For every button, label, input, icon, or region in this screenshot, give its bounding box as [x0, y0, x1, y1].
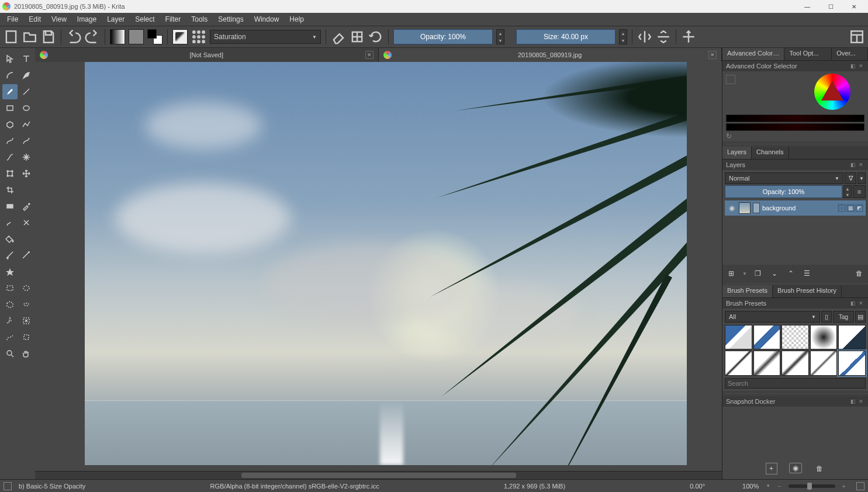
- delete-layer-button[interactable]: 🗑: [854, 268, 864, 279]
- mirror-v-button[interactable]: [656, 29, 671, 44]
- document-tab-1[interactable]: [Not Saved] ✕: [35, 48, 379, 62]
- brush-preset-swatch[interactable]: [172, 29, 188, 44]
- brush-tag-filter[interactable]: All▼: [725, 311, 820, 323]
- color-triangle[interactable]: [821, 81, 843, 101]
- move-tool[interactable]: [2, 51, 18, 67]
- menu-help[interactable]: Help: [285, 14, 309, 25]
- opacity-stepper[interactable]: ▲▼: [496, 29, 504, 44]
- menu-select[interactable]: Select: [130, 14, 159, 25]
- pattern-tool[interactable]: [2, 215, 18, 230]
- multibrush-tool[interactable]: [19, 150, 34, 165]
- panel-tab-channels[interactable]: Channels: [752, 147, 789, 159]
- minimize-button[interactable]: —: [796, 0, 819, 13]
- brush-editor-button[interactable]: [191, 29, 206, 44]
- brush-tool[interactable]: [2, 84, 18, 99]
- layer-opacity-stepper[interactable]: ▲▼: [843, 185, 852, 198]
- alpha-lock-icon[interactable]: ▦: [846, 204, 855, 212]
- blend-mode-select[interactable]: Saturation▼: [210, 30, 321, 44]
- refresh-icon[interactable]: ↻: [726, 132, 734, 140]
- open-button[interactable]: [22, 29, 37, 44]
- zoom-tool[interactable]: [2, 346, 18, 361]
- size-stepper[interactable]: ▲▼: [619, 29, 627, 44]
- layer-opacity-menu[interactable]: ≡: [853, 185, 866, 198]
- move-layer-up-button[interactable]: ⌃: [786, 268, 796, 279]
- menu-settings[interactable]: Settings: [213, 14, 248, 25]
- close-panel-icon[interactable]: ✕: [857, 398, 864, 405]
- menu-filter[interactable]: Filter: [161, 14, 186, 25]
- menu-view[interactable]: View: [47, 14, 71, 25]
- float-icon[interactable]: ◧: [849, 161, 856, 168]
- brush-preset[interactable]: [725, 351, 752, 375]
- brush-preset[interactable]: [781, 351, 809, 375]
- assistant-tool[interactable]: [2, 248, 18, 263]
- lock-icon[interactable]: ⬚: [838, 204, 846, 212]
- bezier-tool[interactable]: [2, 133, 18, 148]
- alpha-lock-toggle[interactable]: [350, 29, 365, 44]
- layer-opacity-field[interactable]: Opacity: 100%: [725, 185, 842, 198]
- pattern-swatch[interactable]: [129, 29, 144, 44]
- contiguous-select-tool[interactable]: [2, 313, 18, 328]
- dynamic-brush-tool[interactable]: [2, 150, 18, 165]
- reference-tool[interactable]: [2, 264, 18, 279]
- rect-select-tool[interactable]: [2, 280, 18, 296]
- line-tool[interactable]: [19, 84, 34, 99]
- similar-select-tool[interactable]: [19, 313, 34, 328]
- menu-edit[interactable]: Edit: [24, 14, 46, 25]
- size-field[interactable]: Size: 40.00 px: [516, 29, 615, 44]
- ellipse-tool[interactable]: [19, 101, 34, 116]
- panel-tab-brush-presets[interactable]: Brush Presets: [722, 285, 773, 297]
- freehand-path-tool[interactable]: [19, 133, 34, 148]
- move-layer-down-button[interactable]: ⌄: [769, 268, 780, 279]
- undo-button[interactable]: [66, 29, 81, 44]
- selection-mask-icon[interactable]: [4, 482, 12, 490]
- move-layer-tool[interactable]: [19, 166, 34, 181]
- panel-tab-brush-history[interactable]: Brush Preset History: [773, 285, 842, 297]
- eraser-toggle[interactable]: [331, 29, 346, 44]
- menu-layer[interactable]: Layer: [102, 14, 129, 25]
- menu-file[interactable]: File: [2, 14, 23, 25]
- gradient-swatch[interactable]: [110, 29, 125, 44]
- bezier-select-tool[interactable]: [2, 330, 18, 345]
- edit-shapes-tool[interactable]: [2, 68, 18, 83]
- brush-preset[interactable]: [810, 325, 838, 349]
- close-panel-icon[interactable]: ✕: [857, 161, 864, 168]
- color-history-bars[interactable]: [726, 115, 864, 131]
- opacity-field[interactable]: Opacity: 100%: [393, 29, 493, 44]
- canvas-viewport[interactable]: [35, 62, 722, 471]
- transform-tool[interactable]: [2, 166, 18, 181]
- snapshot-delete-button[interactable]: 🗑: [814, 463, 825, 474]
- layer-item[interactable]: ◉ background ⬚▦◩: [725, 200, 866, 216]
- color-menu-icon[interactable]: [726, 75, 735, 84]
- brush-preset[interactable]: [810, 351, 838, 375]
- close-panel-icon[interactable]: ✕: [857, 63, 864, 70]
- layer-filter-dd[interactable]: ▼: [857, 172, 866, 184]
- layer-visibility-icon[interactable]: ◉: [727, 204, 736, 212]
- brush-preset[interactable]: [838, 351, 866, 375]
- panel-tab-tool-options[interactable]: Tool Opt...: [784, 48, 832, 60]
- canvas[interactable]: [85, 62, 687, 465]
- brush-preset[interactable]: [725, 325, 752, 349]
- panel-tab-color-selector[interactable]: Advanced Color Sel...: [722, 48, 784, 60]
- wrap-mode-button[interactable]: [681, 29, 696, 44]
- maximize-button[interactable]: ☐: [819, 0, 842, 13]
- tab-close-button[interactable]: ✕: [708, 51, 717, 59]
- fg-bg-color-swatch[interactable]: [147, 29, 162, 44]
- rectangle-tool[interactable]: [2, 101, 18, 116]
- ellipse-select-tool[interactable]: [19, 280, 34, 296]
- brush-preset[interactable]: [781, 325, 809, 349]
- color-selector[interactable]: ↻: [722, 71, 868, 141]
- smart-fill-tool[interactable]: [19, 215, 34, 230]
- crop-tool[interactable]: [2, 182, 18, 198]
- workspace-button[interactable]: [849, 29, 864, 44]
- float-icon[interactable]: ◧: [849, 63, 856, 70]
- document-tab-2[interactable]: 20190805_080919.jpg ✕: [379, 48, 722, 62]
- pan-tool[interactable]: [19, 346, 34, 361]
- snapshot-add-button[interactable]: +: [766, 463, 777, 474]
- magnetic-select-tool[interactable]: [19, 330, 34, 345]
- float-icon[interactable]: ◧: [849, 398, 856, 405]
- snapshot-camera-button[interactable]: ◉: [789, 463, 802, 473]
- polygon-tool[interactable]: [2, 117, 18, 132]
- menu-tools[interactable]: Tools: [186, 14, 212, 25]
- mirror-h-button[interactable]: [637, 29, 652, 44]
- status-zoom[interactable]: 100%: [742, 483, 759, 490]
